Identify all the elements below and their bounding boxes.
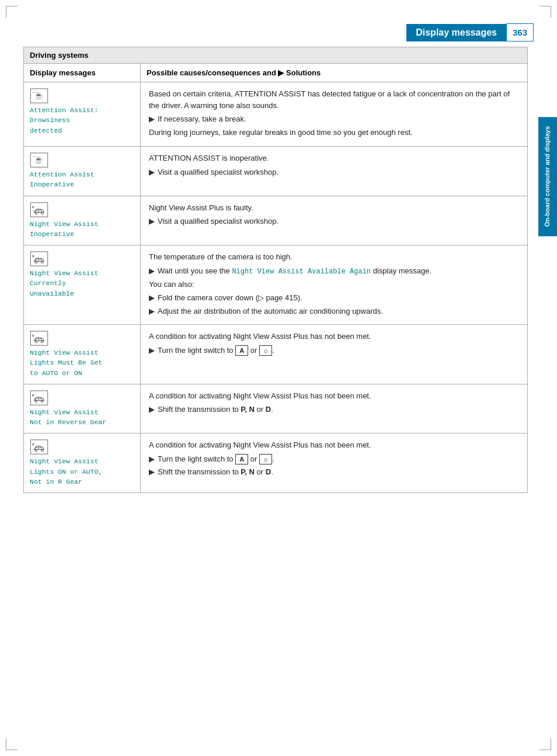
svg-text:ↄ: ↄ [32, 334, 34, 337]
section-header: Driving systems [24, 47, 528, 64]
solution-night-view-assist-unavailable: The temperature of the camera is too hig… [149, 251, 519, 317]
solution-attention-assist-drowsiness: Based on certain criteria, ATTENTION ASS… [149, 88, 519, 138]
solution-text-item: The temperature of the camera is too hig… [149, 251, 519, 263]
box-icon: ☼ [259, 345, 272, 356]
svg-text:ↄ: ↄ [32, 393, 34, 397]
arrow-icon: ▶ [149, 404, 155, 415]
svg-point-40 [41, 450, 43, 452]
msg-label-night-view-assist-not-reverse: Night View Assist Not in Reverse Gear [30, 407, 134, 428]
icon-night-view-assist-unavailable: ↄ [30, 251, 134, 268]
solution-text-item: A condition for activating Night View As… [149, 331, 519, 342]
svg-point-26 [41, 341, 43, 342]
row-right-night-view-assist-not-reverse: A condition for activating Night View As… [141, 384, 528, 434]
corner-mark-tl [6, 6, 18, 18]
row-right-night-view-assist-unavailable: The temperature of the camera is too hig… [141, 245, 528, 325]
arrow-icon: ▶ [149, 306, 155, 317]
solution-text-item: ATTENTION ASSIST is inoperative. [149, 152, 519, 164]
icon-night-view-assist-not-reverse: ↄ [30, 390, 134, 407]
side-tab: On-board computer and displays [538, 117, 557, 236]
arrow-text: Visit a qualified specialist workshop. [158, 216, 278, 227]
svg-text:~~~: ~~~ [33, 91, 39, 94]
solution-night-view-assist-inoperative: Night View Assist Plus is faulty.▶Visit … [149, 202, 519, 227]
solution-arrow-item: ▶Adjust the air distribution of the auto… [149, 306, 519, 317]
row-left-night-view-assist-inoperative: ↄ Night View Assist Inoperative [24, 196, 141, 245]
svg-text:ↄ: ↄ [32, 254, 34, 258]
arrow-text: Turn the light switch to A or ☼. [158, 453, 274, 465]
solution-arrow-bold-item: ▶Shift the transmission to P, N or D. [149, 466, 519, 478]
arrow-text: Wait until you see the Night View Assist… [158, 265, 431, 277]
solution-arrow-bold-item: ▶Shift the transmission to P, N or D. [149, 404, 519, 415]
solution-night-view-assist-lights-on: A condition for activating Night View As… [149, 439, 519, 478]
msg-label-night-view-assist-lights-on: Night View Assist Lights ON or AUTO, Not… [30, 456, 134, 487]
inline-code: Night View Assist Available Again [232, 268, 371, 276]
svg-point-18 [35, 261, 37, 263]
arrow-text: Visit a qualified specialist workshop. [158, 167, 278, 178]
svg-point-25 [35, 341, 37, 342]
msg-label-attention-assist-drowsiness: Attention Assist: Drowsiness detected [30, 105, 134, 136]
solution-arrow-inline-item: ▶Wait until you see the Night View Assis… [149, 265, 519, 277]
side-tab-label: On-board computer and displays [544, 126, 551, 227]
row-left-night-view-assist-lights-on: ↄ Night View Assist Lights ON or AUTO, N… [24, 434, 141, 493]
col-header-left: Display messages [24, 64, 141, 82]
corner-mark-tr [539, 6, 551, 18]
svg-point-11 [35, 212, 37, 214]
solution-night-view-assist-not-reverse: A condition for activating Night View As… [149, 390, 519, 415]
box-a: A [235, 454, 248, 464]
row-right-night-view-assist-inoperative: Night View Assist Plus is faulty.▶Visit … [141, 196, 528, 245]
header-title-text: Display messages [416, 27, 497, 38]
svg-text:ↄ: ↄ [32, 443, 34, 446]
svg-point-32 [35, 400, 37, 402]
col1-header-text: Display messages [30, 68, 96, 77]
corner-mark-bl [6, 738, 18, 750]
arrow-text: Turn the light switch to A or ☼. [158, 345, 274, 356]
svg-line-24 [40, 337, 42, 341]
col-header-right: Possible causes/consequences and ▶ Solut… [141, 64, 528, 82]
arrow-icon: ▶ [149, 167, 155, 178]
header: Display messages 363 [406, 23, 534, 41]
solution-arrow-item: ▶Visit a qualified specialist workshop. [149, 216, 519, 227]
arrow-text: Shift the transmission to P, N or D. [158, 404, 273, 415]
box-a: A [235, 345, 248, 356]
row-left-night-view-assist-lights-auto: ↄ Night View Assist Lights Must Be Set t… [24, 325, 141, 384]
row-left-night-view-assist-not-reverse: ↄ Night View Assist Not in Reverse Gear [24, 384, 141, 434]
svg-line-10 [40, 209, 42, 212]
row-right-night-view-assist-lights-on: A condition for activating Night View As… [141, 434, 528, 493]
row-right-attention-assist-inoperative: ATTENTION ASSIST is inoperative.▶Visit a… [141, 147, 528, 196]
arrow-icon: ▶ [149, 265, 155, 277]
arrow-text: If necessary, take a break. [158, 113, 246, 125]
svg-point-12 [41, 212, 43, 214]
arrow-icon: ▶ [149, 345, 155, 356]
arrow-icon: ▶ [149, 113, 155, 125]
icon-attention-assist-inoperative: ☕ ~~~ [30, 152, 134, 169]
msg-label-night-view-assist-lights-auto: Night View Assist Lights Must Be Set to … [30, 348, 134, 378]
svg-line-31 [40, 397, 42, 400]
arrow-icon: ▶ [149, 216, 155, 227]
icon-night-view-assist-lights-auto: ↄ [30, 331, 134, 348]
page-number-text: 363 [513, 27, 527, 37]
solution-arrow-item: ▶Fold the camera cover down (▷ page 415)… [149, 292, 519, 304]
bold-text: P, N [241, 467, 255, 476]
solution-arrow-box-item: ▶Turn the light switch to A or ☼. [149, 345, 519, 356]
icon-night-view-assist-inoperative: ↄ [30, 202, 134, 219]
solution-attention-assist-inoperative: ATTENTION ASSIST is inoperative.▶Visit a… [149, 152, 519, 178]
arrow-icon: ▶ [149, 466, 155, 478]
arrow-text: Fold the camera cover down (▷ page 415). [158, 292, 302, 304]
solution-night-view-assist-lights-auto: A condition for activating Night View As… [149, 331, 519, 356]
row-left-night-view-assist-unavailable: ↄ Night View Assist Currently Unavailabl… [24, 245, 141, 325]
msg-label-night-view-assist-unavailable: Night View Assist Currently Unavailable [30, 268, 134, 299]
col2-header-text: Possible causes/consequences and ▶ Solut… [147, 68, 321, 77]
section-title-text: Driving systems [30, 51, 88, 60]
row-left-attention-assist-drowsiness: ☕ ~~~ Attention Assist: Drowsiness detec… [24, 82, 141, 147]
arrow-text: Adjust the air distribution of the autom… [158, 306, 383, 317]
solution-text-item: Night View Assist Plus is faulty. [149, 202, 519, 214]
header-title: Display messages [406, 24, 506, 41]
arrow-icon: ▶ [149, 292, 155, 304]
box-icon: ☼ [259, 454, 272, 464]
solution-arrow-item: ▶If necessary, take a break. [149, 113, 519, 125]
page-number: 363 [506, 23, 534, 41]
main-table: Driving systems Display messages Possibl… [23, 47, 528, 493]
msg-label-night-view-assist-inoperative: Night View Assist Inoperative [30, 219, 134, 240]
arrow-icon: ▶ [149, 453, 155, 465]
solution-arrow-box-item: ▶Turn the light switch to A or ☼. [149, 453, 519, 465]
row-right-night-view-assist-lights-auto: A condition for activating Night View As… [141, 325, 528, 384]
